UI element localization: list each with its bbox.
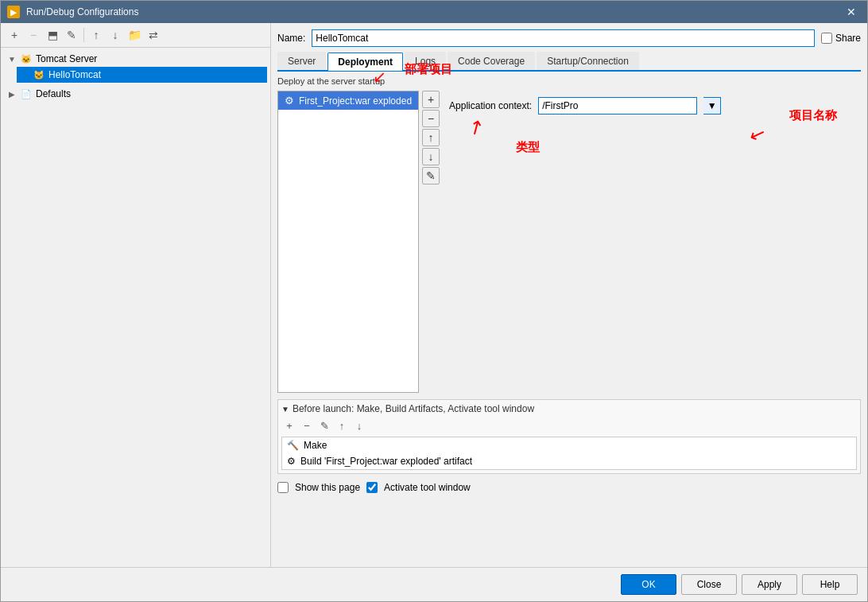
show-page-label: Show this page: [295, 482, 360, 493]
toolbar-separator: [83, 28, 84, 42]
left-panel: + − ⬒ ✎ ↑ ↓ 📁 ⇄ ▼ 🐱 Tomcat Server: [1, 23, 271, 567]
hello-tomcat-item[interactable]: 🐱 HelloTomcat: [17, 67, 267, 83]
artifact-up-button[interactable]: ↑: [422, 129, 440, 146]
bl-artifact-icon: ⚙: [287, 456, 296, 467]
tomcat-group: ▼ 🐱 Tomcat Server 🐱 HelloTomcat: [4, 51, 267, 83]
hello-tomcat-label: HelloTomcat: [48, 69, 264, 80]
help-button[interactable]: Help: [802, 574, 858, 595]
deployment-content: Deploy at the server startup ⚙ First_Pro…: [277, 76, 861, 561]
before-launch-section: ▼ Before launch: Make, Build Artifacts, …: [277, 399, 861, 474]
artifact-item[interactable]: ⚙ First_Project:war exploded: [278, 91, 418, 110]
folder-button[interactable]: 📁: [126, 26, 143, 44]
bl-add-button[interactable]: +: [281, 418, 297, 433]
activate-tool-label: Activate tool window: [384, 482, 471, 493]
close-button[interactable]: ✕: [842, 5, 861, 19]
defaults-expand: ▶: [7, 90, 17, 99]
show-page-checkbox[interactable]: [277, 482, 289, 493]
bl-edit-button[interactable]: ✎: [316, 418, 332, 433]
artifact-list: ⚙ First_Project:war exploded: [277, 91, 419, 393]
name-input[interactable]: [312, 29, 815, 47]
defaults-icon: 📄: [20, 87, 33, 100]
app-context-row: Application context: ▼: [449, 97, 861, 115]
app-context-input[interactable]: [538, 97, 697, 115]
artifact-area: ⚙ First_Project:war exploded + − ↑ ↓ ✎: [277, 91, 440, 393]
tab-deployment[interactable]: Deployment: [327, 52, 403, 71]
tabs-row: Server Deployment Logs Code Coverage Sta…: [277, 52, 861, 72]
left-toolbar: + − ⬒ ✎ ↑ ↓ 📁 ⇄: [1, 23, 270, 48]
edit-config-button[interactable]: ✎: [63, 26, 80, 44]
hello-tomcat-icon: 🐱: [33, 68, 45, 81]
before-launch-label: Before launch: Make, Build Artifacts, Ac…: [293, 403, 534, 414]
show-page-row: Show this page Activate tool window: [277, 482, 861, 493]
before-launch-toolbar: + − ✎ ↑ ↓: [281, 418, 857, 433]
move-down-button[interactable]: ↓: [107, 26, 124, 44]
sort-button[interactable]: ⇄: [145, 26, 162, 44]
move-up-button[interactable]: ↑: [87, 26, 105, 44]
artifact-side-buttons: + − ↑ ↓ ✎: [422, 91, 440, 393]
tree-area: ▼ 🐱 Tomcat Server 🐱 HelloTomcat ▶: [1, 48, 270, 567]
footer: OK Close Apply Help: [1, 567, 867, 601]
activate-tool-checkbox[interactable]: [366, 482, 378, 493]
artifact-item-label: First_Project:war exploded: [299, 95, 412, 107]
main-window: ▶ Run/Debug Configurations ✕ + − ⬒ ✎ ↑ ↓…: [0, 0, 868, 602]
bl-remove-button[interactable]: −: [299, 418, 315, 433]
window-title: Run/Debug Configurations: [26, 6, 138, 17]
close-config-button[interactable]: Close: [681, 574, 737, 595]
bl-make-icon: 🔨: [287, 440, 299, 451]
tab-logs[interactable]: Logs: [405, 52, 446, 70]
name-row: Name: Share: [277, 29, 861, 47]
before-launch-header[interactable]: ▼ Before launch: Make, Build Artifacts, …: [281, 403, 857, 414]
share-checkbox[interactable]: [821, 33, 832, 44]
remove-config-button[interactable]: −: [25, 26, 42, 44]
artifact-edit-button[interactable]: ✎: [422, 167, 440, 184]
bl-up-button[interactable]: ↑: [334, 418, 350, 433]
tab-code-coverage[interactable]: Code Coverage: [448, 52, 535, 70]
title-bar: ▶ Run/Debug Configurations ✕: [1, 1, 867, 23]
artifact-add-button[interactable]: +: [422, 91, 440, 108]
share-label: Share: [835, 33, 861, 44]
tomcat-icon: 🐱: [20, 52, 33, 65]
apply-button[interactable]: Apply: [742, 574, 797, 595]
defaults-label: Defaults: [36, 88, 264, 99]
artifact-icon: ⚙: [285, 95, 294, 107]
artifact-context-row: ⚙ First_Project:war exploded + − ↑ ↓ ✎: [277, 91, 861, 393]
ok-button[interactable]: OK: [621, 574, 676, 595]
before-launch-arrow: ▼: [281, 405, 289, 414]
right-panel: Name: Share Server Deployment Logs Code …: [271, 23, 867, 567]
deployment-content-container: Deploy at the server startup ⚙ First_Pro…: [277, 76, 861, 561]
tab-startup-connection[interactable]: Startup/Connection: [537, 52, 639, 70]
artifact-down-button[interactable]: ↓: [422, 148, 440, 165]
title-bar-left: ▶ Run/Debug Configurations: [7, 6, 138, 18]
deploy-at-startup-label: Deploy at the server startup: [277, 76, 861, 86]
add-config-button[interactable]: +: [6, 26, 23, 44]
bl-build-label: Build 'First_Project:war exploded' artif…: [300, 456, 472, 467]
expand-icon: ▼: [7, 55, 17, 64]
main-content: + − ⬒ ✎ ↑ ↓ 📁 ⇄ ▼ 🐱 Tomcat Server: [1, 23, 867, 567]
copy-config-button[interactable]: ⬒: [44, 26, 61, 44]
bl-make-label: Make: [304, 440, 327, 451]
bl-build-artifact-item[interactable]: ⚙ Build 'First_Project:war exploded' art…: [282, 453, 856, 469]
tomcat-server-item[interactable]: ▼ 🐱 Tomcat Server: [4, 51, 267, 67]
tab-server[interactable]: Server: [277, 52, 326, 70]
tomcat-server-label: Tomcat Server: [36, 53, 264, 64]
bl-down-button[interactable]: ↓: [351, 418, 367, 433]
window-icon: ▶: [7, 6, 20, 18]
bl-make-item[interactable]: 🔨 Make: [282, 437, 856, 453]
app-context-dropdown[interactable]: ▼: [703, 97, 721, 115]
app-context-label: Application context:: [449, 100, 532, 111]
share-checkbox-row: Share: [821, 33, 861, 44]
name-label: Name:: [277, 33, 305, 44]
tomcat-children: 🐱 HelloTomcat: [17, 67, 267, 83]
app-context-section: Application context: ▼: [449, 91, 861, 115]
before-launch-list: 🔨 Make ⚙ Build 'First_Project:war explod…: [281, 437, 857, 470]
artifact-remove-button[interactable]: −: [422, 110, 440, 127]
defaults-item[interactable]: ▶ 📄 Defaults: [4, 86, 267, 102]
